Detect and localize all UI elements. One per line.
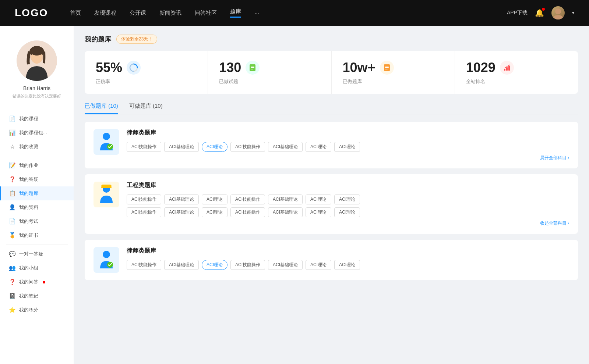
bank-tag-active[interactable]: ACI理论 xyxy=(202,142,228,152)
bank-tag[interactable]: ACI技能操作 xyxy=(230,142,265,152)
main-content: 我的题库 体验剩余23天！ 55% 正确率 xyxy=(74,26,589,364)
bank-collapse-btn[interactable]: 收起全部科目 › xyxy=(127,220,569,226)
sidebar-item-notes[interactable]: 📓 我的笔记 xyxy=(0,289,74,303)
bank-tag[interactable]: ACI技能操作 xyxy=(127,195,161,204)
bank-card-engineer: 工程类题库 ACI技能操作 ACI基础理论 ACI理论 ACI技能操作 ACI基… xyxy=(85,174,578,234)
bank-card-header: 律师类题库 ACI技能操作 ACI基础理论 ACI理论 ACI技能操作 ACI基… xyxy=(94,247,569,273)
questions-icon-circle xyxy=(246,61,260,75)
bank-card-header: 律师类题库 ACI技能操作 ACI基础理论 ACI理论 ACI技能操作 ACI基… xyxy=(94,129,569,161)
bank-tag[interactable]: ACI基础理论 xyxy=(268,195,303,204)
bank-tag[interactable]: ACI技能操作 xyxy=(230,260,265,270)
nav-link-news[interactable]: 新闻资讯 xyxy=(159,10,181,17)
sidebar-item-favorites[interactable]: ☆ 我的收藏 xyxy=(0,140,74,154)
nav-dropdown-arrow[interactable]: ▾ xyxy=(572,10,574,15)
lawyer-figure-icon xyxy=(97,132,116,152)
sidebar-item-label: 我的问答 xyxy=(19,279,38,285)
stats-row: 55% 正确率 130 xyxy=(85,51,578,94)
bank-tag[interactable]: ACI基础理论 xyxy=(164,195,199,204)
bank-tag[interactable]: ACI理论 xyxy=(306,142,331,152)
bank-tag-active[interactable]: ACI理论 xyxy=(202,260,228,270)
lawyer-figure-icon-2 xyxy=(97,250,116,270)
sidebar-item-qa[interactable]: ❓ 我的答疑 xyxy=(0,172,74,186)
sidebar-item-homework[interactable]: 📝 我的作业 xyxy=(0,158,74,172)
bank-tag[interactable]: ACI基础理论 xyxy=(164,260,199,270)
sidebar-item-certificate[interactable]: 🏅 我的证书 xyxy=(0,228,74,242)
homework-icon: 📝 xyxy=(9,162,15,169)
courses-icon: 📄 xyxy=(9,115,15,122)
nav-link-more[interactable]: ··· xyxy=(254,10,259,16)
accuracy-icon-circle xyxy=(127,61,141,75)
exam-icon: 📄 xyxy=(9,218,15,225)
main-layout: Brian Harris 错误的决定比没有决定要好 📄 我的课程 📊 我的课程包… xyxy=(0,26,589,364)
nav-link-qa[interactable]: 问答社区 xyxy=(195,10,217,17)
nav-link-bank[interactable]: 题库 xyxy=(230,8,241,18)
app-download-link[interactable]: APP下载 xyxy=(507,10,528,16)
bank-tags-row: ACI技能操作 ACI基础理论 ACI理论 ACI技能操作 ACI基础理论 AC… xyxy=(127,260,569,270)
nav-link-home[interactable]: 首页 xyxy=(70,10,81,17)
sidebar-menu: 📄 我的课程 📊 我的课程包... ☆ 我的收藏 📝 我的作业 ❓ 我的答疑 � xyxy=(0,108,74,321)
stat-accuracy-label: 正确率 xyxy=(96,78,197,85)
bank-tag[interactable]: ACI理论 xyxy=(334,142,360,152)
sidebar-divider-2 xyxy=(6,245,68,245)
bank-tag[interactable]: ACI技能操作 xyxy=(127,207,161,217)
bank-tag[interactable]: ACI技能操作 xyxy=(127,142,161,152)
notification-bell[interactable]: 🔔 xyxy=(535,8,544,17)
sidebar-item-questions[interactable]: ❓ 我的问答 xyxy=(0,275,74,289)
sidebar-item-points[interactable]: ⭐ 我的积分 xyxy=(0,303,74,317)
sidebar-item-1on1[interactable]: 💬 一对一答疑 xyxy=(0,247,74,261)
bank-tag[interactable]: ACI基础理论 xyxy=(164,142,199,152)
sidebar-item-label: 我的作业 xyxy=(19,162,38,169)
bank-tag[interactable]: ACI理论 xyxy=(202,195,228,204)
bank-tag[interactable]: ACI理论 xyxy=(202,207,228,217)
tab-done[interactable]: 已做题库 (10) xyxy=(85,103,118,114)
bank-tag[interactable]: ACI理论 xyxy=(334,207,360,217)
page-title: 我的题库 xyxy=(85,35,111,44)
bank-tag[interactable]: ACI基础理论 xyxy=(268,142,303,152)
bank-expand-btn[interactable]: 展开全部科目 › xyxy=(127,155,569,161)
svg-rect-13 xyxy=(385,67,389,68)
bank-tag[interactable]: ACI基础理论 xyxy=(268,207,303,217)
svg-rect-15 xyxy=(504,69,505,71)
bank-card-title: 工程类题库 xyxy=(127,182,569,189)
bank-tag[interactable]: ACI基础理论 xyxy=(164,207,199,217)
sidebar-item-bank[interactable]: 📋 我的题库 xyxy=(0,186,74,200)
stat-questions: 130 已做试题 xyxy=(208,51,331,94)
sidebar-item-group[interactable]: 👥 我的小组 xyxy=(0,261,74,275)
nav-link-discover[interactable]: 发现课程 xyxy=(94,10,116,17)
nav-link-open[interactable]: 公开课 xyxy=(130,10,146,17)
bank-tag[interactable]: ACI理论 xyxy=(306,260,331,270)
bank-tag[interactable]: ACI技能操作 xyxy=(230,195,265,204)
stat-accuracy-number: 55% xyxy=(96,60,122,75)
bank-tag[interactable]: ACI技能操作 xyxy=(127,260,161,270)
bank-card-lawyer-2: 律师类题库 ACI技能操作 ACI基础理论 ACI理论 ACI技能操作 ACI基… xyxy=(85,240,578,280)
bank-tag[interactable]: ACI理论 xyxy=(334,260,360,270)
sidebar-item-exam[interactable]: 📄 我的考试 xyxy=(0,214,74,228)
stat-accuracy: 55% 正确率 xyxy=(85,51,208,94)
stat-questions-main: 130 xyxy=(219,60,320,75)
nav-links: 首页 发现课程 公开课 新闻资讯 问答社区 题库 ··· xyxy=(70,8,507,18)
svg-rect-23 xyxy=(101,187,112,188)
bank-tag[interactable]: ACI理论 xyxy=(306,195,331,204)
svg-rect-9 xyxy=(251,67,254,68)
tab-todo[interactable]: 可做题库 (10) xyxy=(129,103,163,114)
sidebar-item-label: 我的考试 xyxy=(19,218,38,225)
banks-list-icon xyxy=(383,64,391,72)
avatar-svg xyxy=(17,40,57,81)
stat-accuracy-main: 55% xyxy=(96,60,197,75)
bank-tag[interactable]: ACI基础理论 xyxy=(268,260,303,270)
user-avatar[interactable] xyxy=(551,6,565,19)
bank-tag[interactable]: ACI理论 xyxy=(334,195,360,204)
nav-right: APP下载 🔔 ▾ xyxy=(507,6,574,19)
stat-rank-main: 1029 xyxy=(466,60,567,75)
sidebar-item-profile[interactable]: 👤 我的资料 xyxy=(0,200,74,214)
bank-tag[interactable]: ACI技能操作 xyxy=(230,207,265,217)
certificate-icon: 🏅 xyxy=(9,232,15,239)
questions-list-icon xyxy=(248,64,257,72)
bank-tag[interactable]: ACI理论 xyxy=(306,207,331,217)
stat-rank-label: 全站排名 xyxy=(466,78,567,85)
sidebar-item-course-packages[interactable]: 📊 我的课程包... xyxy=(0,126,74,140)
engineer-figure-icon xyxy=(97,185,116,205)
bank-engineer-icon xyxy=(94,182,119,207)
sidebar-divider-1 xyxy=(6,156,68,156)
sidebar-item-my-courses[interactable]: 📄 我的课程 xyxy=(0,112,74,126)
